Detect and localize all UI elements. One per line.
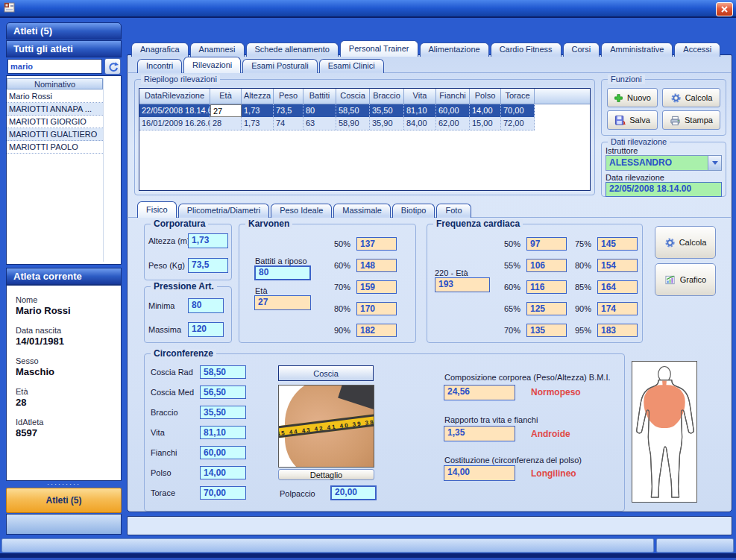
fc-70-field[interactable]: 135 [526, 324, 567, 337]
braccio-field[interactable]: 35,50 [200, 406, 246, 419]
vita-field[interactable]: 81,10 [200, 426, 246, 439]
grid-row-selected[interactable]: 22/05/2008 18.14.00 27 1,73 73,5 80 58,5… [139, 104, 535, 117]
tab-esami-posturali[interactable]: Esami Posturali [242, 59, 317, 73]
altezza-field[interactable]: 1,73 [188, 233, 228, 248]
all-athletes-header[interactable]: Tutti gli atleti [6, 40, 122, 57]
fc-75-field[interactable]: 145 [597, 237, 638, 251]
karvonen-60-field[interactable]: 148 [356, 259, 397, 272]
col-battiti[interactable]: Battiti [303, 89, 336, 104]
polpaccio-field[interactable]: 20,00 [330, 485, 377, 500]
athlete-row[interactable]: MARIOTTI PAOLO [7, 141, 103, 154]
cell: 73,5 [274, 104, 303, 117]
fc-85-field[interactable]: 164 [597, 280, 638, 294]
tab-anagrafica[interactable]: Anagrafica [131, 43, 189, 57]
col-datarilevazione[interactable]: DataRilevazione [139, 89, 210, 104]
athlete-row[interactable]: MARIOTTI GIORGIO [7, 116, 103, 128]
cell-editing[interactable]: 27 [210, 104, 242, 117]
col-braccio[interactable]: Braccio [370, 89, 404, 104]
istruttore-combo[interactable]: ALESSANDRO [606, 155, 722, 171]
peso-field[interactable]: 73,5 [188, 258, 228, 273]
dettaglio-button[interactable]: Dettaglio [278, 469, 374, 480]
athletes-panel-header[interactable]: Atleti (5) [6, 22, 122, 40]
whr-field[interactable]: 1,35 [444, 426, 515, 441]
battiti-riposo-field[interactable]: 80 [254, 265, 311, 280]
stampa-button[interactable]: Stampa [662, 110, 720, 130]
col-vita[interactable]: Vita [404, 89, 436, 104]
tab-incontri[interactable]: Incontri [137, 59, 182, 73]
tab-plicometria[interactable]: Plicometria/Diametri [178, 204, 269, 218]
tab-amministrative[interactable]: Amministrative [601, 43, 673, 57]
minima-label: Minima [148, 301, 174, 310]
athlete-row[interactable]: MARIOTTI GUALTIERO [7, 128, 103, 141]
tab-alimentazione[interactable]: Alimentazione [420, 43, 489, 57]
tab-massimale[interactable]: Massimale [333, 204, 391, 218]
refresh-button[interactable] [104, 58, 121, 75]
torace-field[interactable]: 70,00 [200, 486, 246, 500]
minima-field[interactable]: 80 [188, 298, 224, 313]
title-bar[interactable] [0, 0, 736, 18]
close-button[interactable] [716, 2, 733, 16]
karvonen-80-field[interactable]: 170 [356, 302, 397, 315]
fianchi-field[interactable]: 60,00 [200, 446, 246, 459]
tab-biotipo[interactable]: Biotipo [392, 204, 435, 218]
sidebar-splitter[interactable]: ········· [6, 482, 122, 487]
fc-55-field[interactable]: 106 [526, 259, 567, 272]
karvonen-90-field[interactable]: 182 [356, 324, 397, 337]
polso-field[interactable]: 14,00 [200, 466, 246, 479]
salva-button[interactable]: Salva [607, 110, 658, 130]
athlete-row[interactable]: Mario Rossi [7, 90, 103, 103]
grid-row[interactable]: 16/01/2009 16.26.00 28 1,73 74 63 58,90 … [139, 117, 535, 130]
col-peso[interactable]: Peso [274, 89, 303, 104]
nuovo-button[interactable]: Nuovo [607, 88, 658, 107]
col-torace[interactable]: Torace [501, 89, 535, 104]
cell: 15,00 [470, 117, 501, 130]
fc-base-field[interactable]: 193 [435, 277, 490, 292]
costituzione-field[interactable]: 14,00 [444, 465, 515, 481]
field-label: IdAtleta [16, 418, 121, 427]
tab-cardio-fitness[interactable]: Cardio Fitness [491, 43, 562, 57]
fc-80-field[interactable]: 154 [597, 259, 638, 272]
coscia-selector[interactable]: Coscia [278, 365, 374, 381]
tab-schede-allenamento[interactable]: Schede allenamento [246, 43, 339, 57]
combo-dropdown-button[interactable] [708, 156, 721, 170]
tab-accessi[interactable]: Accessi [674, 43, 720, 57]
col-coscia[interactable]: Coscia [336, 89, 370, 104]
cell: 35,90 [370, 117, 404, 130]
karvonen-eta-field[interactable]: 27 [254, 295, 311, 310]
tab-anamnesi[interactable]: Anamnesi [190, 43, 245, 57]
karvonen-50-field[interactable]: 137 [356, 237, 397, 251]
coscia-med-field[interactable]: 56,50 [200, 386, 246, 399]
data-rilevazione-value[interactable]: 22/05/2008 18.14.00 [606, 182, 722, 197]
fc-65-field[interactable]: 125 [526, 302, 567, 315]
karvonen-70-field[interactable]: 159 [356, 280, 397, 294]
athlete-search-input[interactable] [7, 59, 102, 74]
fc-90-field[interactable]: 174 [597, 302, 638, 315]
tab-rilevazioni[interactable]: Rilevazioni [183, 57, 241, 73]
coscia-rad-field[interactable]: 58,50 [200, 365, 246, 379]
status-bar-grip[interactable] [656, 538, 734, 553]
fc-60-field[interactable]: 116 [526, 280, 567, 294]
massima-field[interactable]: 120 [188, 322, 224, 337]
tab-fisico[interactable]: Fisico [137, 201, 177, 218]
fc-50-field[interactable]: 97 [526, 237, 567, 251]
list-column-nominativo[interactable]: Nominativo [7, 78, 103, 89]
tab-corsi[interactable]: Corsi [563, 43, 600, 57]
printer-icon [670, 115, 681, 126]
col-altezza[interactable]: Altezza [242, 89, 274, 104]
tab-personal-trainer[interactable]: Personal Trainer [340, 40, 418, 57]
athlete-row[interactable]: MARIOTTI ANNAPA ... [7, 103, 103, 116]
grafico-button[interactable]: Grafico [655, 263, 716, 296]
bmi-field[interactable]: 24,56 [444, 385, 515, 400]
col-fianchi[interactable]: Fianchi [436, 89, 470, 104]
tab-esami-clinici[interactable]: Esami Clinici [319, 59, 384, 73]
tab-peso-ideale[interactable]: Peso Ideale [271, 204, 332, 218]
tab-foto[interactable]: Foto [436, 204, 471, 218]
col-eta[interactable]: Età [210, 89, 242, 104]
calcola-side-button[interactable]: Calcola [655, 226, 716, 259]
fc-95-field[interactable]: 183 [597, 324, 638, 337]
costituzione-label: Costituzione (circonferenza del polso) [444, 456, 582, 465]
col-polso[interactable]: Polso [470, 89, 501, 104]
form-bottom-panel [127, 516, 732, 535]
calcola-button[interactable]: Calcola [662, 88, 720, 107]
athletes-group-button[interactable]: Atleti (5) [6, 488, 122, 513]
